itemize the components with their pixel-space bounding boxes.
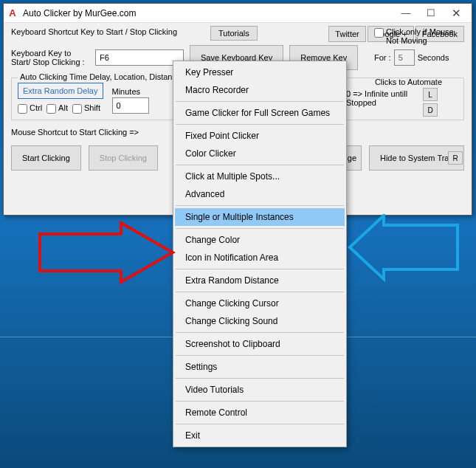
for-label: For :: [374, 53, 391, 62]
menu-item[interactable]: Fixed Point Clicker: [175, 127, 345, 145]
menu-item[interactable]: Remote Control: [175, 404, 345, 421]
minimize-button[interactable]: —: [393, 5, 418, 21]
d-button[interactable]: D: [423, 103, 438, 117]
menu-item[interactable]: Video Tutorials: [175, 381, 345, 399]
maximize-button[interactable]: ☐: [418, 5, 444, 21]
menu-item[interactable]: Change Color: [175, 231, 345, 249]
menu-item[interactable]: Settings: [175, 358, 345, 376]
l-button[interactable]: L: [423, 88, 438, 101]
click-only-checkbox[interactable]: Click only if Mouse Not Moving: [374, 27, 463, 45]
app-icon: A: [7, 7, 18, 19]
start-clicking-button[interactable]: Start Clicking: [11, 145, 81, 171]
clicks-label: Clicks to Automate: [346, 78, 463, 86]
kb-key-input[interactable]: [95, 49, 184, 66]
stop-clicking-button[interactable]: Stop Clicking: [89, 145, 158, 171]
shift-checkbox[interactable]: Shift: [72, 103, 100, 114]
menu-item[interactable]: Advanced: [175, 185, 345, 203]
menu-item[interactable]: Single or Multiple Instances: [175, 208, 345, 226]
menu-item[interactable]: Change Clicking Sound: [175, 312, 345, 330]
for-input[interactable]: [394, 49, 415, 66]
seconds-label: Seconds: [418, 53, 449, 62]
blue-arrow-annotation: [347, 214, 465, 295]
window-title: Auto Clicker by MurGee.com: [23, 8, 136, 18]
menu-item[interactable]: Click at Multiple Spots...: [175, 168, 345, 185]
ctrl-checkbox[interactable]: Ctrl: [18, 103, 42, 114]
minutes-input[interactable]: [112, 97, 149, 114]
menu-item[interactable]: Color Clicker: [175, 145, 345, 162]
context-menu: Key PresserMacro RecorderGame Clicker fo…: [173, 61, 347, 447]
alt-checkbox[interactable]: Alt: [46, 103, 68, 114]
menu-item[interactable]: Change Clicking Cursor: [175, 295, 345, 312]
close-button[interactable]: ✕: [444, 5, 469, 21]
r-button[interactable]: R: [448, 151, 463, 165]
twitter-button[interactable]: Twitter: [328, 26, 365, 42]
menu-item[interactable]: Game Clicker for Full Screen Games: [175, 104, 345, 122]
red-arrow-annotation: [32, 219, 180, 308]
minutes-label: Minutes: [112, 87, 149, 96]
menu-item[interactable]: Extra Random Distance: [175, 272, 345, 289]
menu-item[interactable]: Icon in Notification Area: [175, 249, 345, 266]
kb-key-label: Keyboard Key to Start/ Stop Clicking :: [11, 49, 89, 66]
menu-item[interactable]: Key Presser: [175, 63, 345, 81]
menu-item[interactable]: Exit: [175, 427, 345, 444]
infinite-label: 0 => Infinite untill Stopped: [346, 88, 420, 107]
titlebar[interactable]: A Auto Clicker by MurGee.com — ☐ ✕: [4, 4, 472, 23]
menu-item[interactable]: Macro Recorder: [175, 81, 345, 99]
menu-item[interactable]: Screenshot to Clipboard: [175, 335, 345, 353]
tutorials-button[interactable]: Tutorials: [210, 26, 258, 41]
extra-random-delay-button[interactable]: Extra Random Delay: [18, 83, 103, 99]
shortcut-label: Keyboard Shortcut Key to Start / Stop Cl…: [11, 26, 181, 36]
